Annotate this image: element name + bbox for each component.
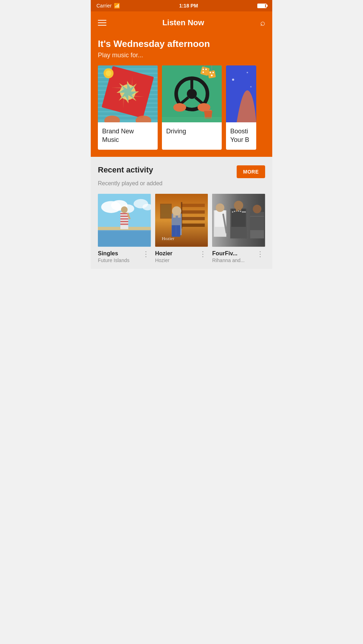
card-image-boosting — [226, 65, 256, 122]
album-more-singles[interactable]: ⋮ — [141, 250, 151, 257]
recent-activity-section: Recent activity MORE Recently played or … — [91, 157, 272, 269]
page-title: Listen Now — [162, 18, 204, 27]
svg-point-96 — [234, 201, 243, 210]
wifi-icon: 📶 — [114, 3, 120, 9]
card-brand-new-music[interactable]: Brand NewMusic — [98, 65, 158, 150]
svg-rect-55 — [120, 212, 128, 229]
status-left: Carrier 📶 — [96, 3, 120, 9]
album-more-fourfive[interactable]: ⋮ — [255, 250, 265, 257]
svg-point-89 — [234, 211, 236, 212]
svg-rect-78 — [161, 204, 171, 218]
svg-point-30 — [211, 75, 213, 76]
recent-subtitle: Recently played or added — [98, 180, 265, 187]
svg-text:Hozier: Hozier — [162, 236, 174, 241]
card-label-brand-new: Brand NewMusic — [98, 122, 158, 150]
svg-point-93 — [242, 211, 243, 213]
svg-point-21 — [106, 70, 111, 76]
battery-container — [257, 4, 267, 8]
svg-rect-66 — [182, 210, 205, 213]
search-icon[interactable]: ⌕ — [260, 18, 265, 28]
svg-point-91 — [238, 210, 240, 212]
svg-rect-1 — [98, 65, 158, 68]
boosting-art — [226, 65, 256, 122]
album-hozier[interactable]: Hozier Hozier Hozier ⋮ — [155, 194, 208, 263]
svg-point-44 — [247, 72, 248, 73]
svg-rect-100 — [250, 212, 264, 230]
album-singles[interactable]: Singles Future Islands ⋮ — [98, 194, 151, 263]
card-driving[interactable]: Driving — [162, 65, 222, 150]
album-art-fourfive — [212, 194, 265, 247]
brand-new-art — [98, 65, 158, 122]
album-title-hozier: Hozier — [155, 250, 198, 257]
svg-point-95 — [244, 211, 246, 213]
svg-rect-76 — [178, 211, 180, 218]
album-art-hozier: Hozier — [155, 194, 208, 247]
svg-point-28 — [210, 72, 211, 73]
more-button[interactable]: MORE — [237, 165, 265, 178]
svg-rect-59 — [120, 221, 128, 222]
driving-art — [162, 65, 222, 122]
album-title-fourfive: FourFiv... — [212, 250, 255, 257]
svg-rect-97 — [236, 205, 238, 211]
svg-point-29 — [212, 72, 214, 73]
svg-rect-68 — [182, 224, 205, 227]
svg-point-88 — [232, 211, 233, 213]
album-info-fourfive: FourFiv... Rihanna and... ⋮ — [212, 250, 265, 263]
time-label: 1:18 PM — [179, 3, 198, 9]
svg-rect-73 — [176, 225, 180, 237]
card-label-driving: Driving — [162, 122, 222, 141]
header: Listen Now ⌕ — [91, 11, 272, 35]
card-image-driving — [162, 65, 222, 122]
svg-rect-65 — [182, 204, 205, 207]
svg-point-43 — [232, 79, 234, 81]
album-artist-singles: Future Islands — [98, 257, 141, 263]
album-title-singles: Singles — [98, 250, 141, 257]
orange-section: It's Wednesday afternoon Play music for.… — [91, 35, 272, 157]
status-bar: Carrier 📶 1:18 PM — [91, 0, 272, 11]
svg-point-45 — [250, 86, 252, 87]
greeting-subtitle: Play music for... — [98, 52, 265, 59]
svg-point-25 — [205, 69, 207, 70]
svg-rect-98 — [240, 205, 242, 210]
svg-rect-41 — [162, 117, 222, 122]
albums-row: Singles Future Islands ⋮ — [98, 194, 265, 263]
svg-rect-75 — [173, 211, 175, 218]
card-image-brand-new — [98, 65, 158, 122]
recent-title: Recent activity — [98, 165, 153, 175]
svg-point-26 — [202, 71, 204, 73]
album-more-hozier[interactable]: ⋮ — [198, 250, 208, 257]
greeting-title: It's Wednesday afternoon — [98, 38, 265, 49]
album-info-hozier: Hozier Hozier ⋮ — [155, 250, 208, 263]
svg-point-84 — [216, 203, 225, 212]
album-art-singles — [98, 194, 151, 247]
svg-point-101 — [253, 205, 262, 213]
svg-point-61 — [121, 206, 128, 213]
svg-point-24 — [202, 69, 204, 70]
svg-point-38 — [173, 103, 186, 112]
svg-point-92 — [240, 211, 241, 212]
svg-rect-58 — [120, 218, 128, 220]
battery-fill — [258, 4, 265, 7]
svg-point-94 — [243, 211, 245, 213]
carrier-label: Carrier — [96, 3, 112, 9]
menu-icon[interactable] — [98, 20, 106, 26]
album-info-singles: Singles Future Islands ⋮ — [98, 250, 151, 263]
album-artist-fourfive: Rihanna and... — [212, 257, 255, 263]
cards-row: Brand NewMusic — [98, 65, 265, 150]
album-artist-hozier: Hozier — [155, 257, 198, 263]
svg-rect-57 — [120, 215, 128, 217]
svg-point-34 — [187, 89, 197, 99]
card-label-boosting: BoostiYour B — [226, 122, 256, 150]
svg-rect-52 — [98, 229, 151, 247]
battery-icon — [257, 4, 267, 8]
svg-rect-72 — [172, 225, 176, 237]
album-fourfive[interactable]: FourFiv... Rihanna and... ⋮ — [212, 194, 265, 263]
svg-rect-60 — [120, 224, 128, 225]
recent-header: Recent activity MORE — [98, 165, 265, 178]
svg-rect-67 — [182, 217, 205, 220]
card-boosting[interactable]: BoostiYour B — [226, 65, 256, 150]
